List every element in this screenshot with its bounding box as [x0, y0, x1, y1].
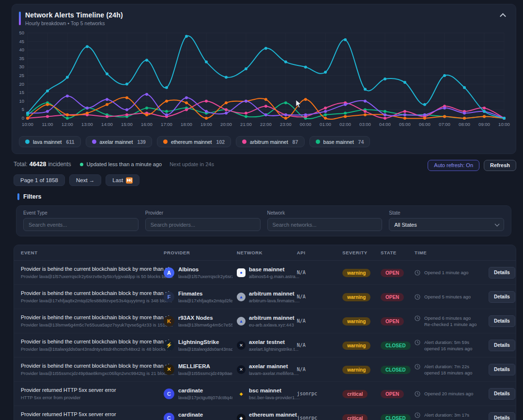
event-subtitle: Provider lava@1ttalwxjdds0ar43nsdntys4tt… — [21, 346, 164, 352]
provider-address: lava@17pctgu8tj07dct8q4mu... — [178, 395, 232, 400]
provider-cell: ⚡ LightningStrike lava@1ttalwxjdds0ar43n… — [164, 339, 237, 352]
provider-avatar: ✕ — [164, 364, 174, 375]
provider-address: lava@13lsmw6g4m5c7e55uu... — [178, 322, 232, 327]
network-name: arbitrum mainnet — [249, 291, 300, 296]
total-label: Total: — [14, 161, 28, 168]
api-value: N/A — [297, 342, 342, 348]
legend-item-ethereum-mainnet[interactable]: ethereum mainnet 102 — [157, 136, 231, 147]
provider-cell: F Finmates lava@17xhfjaq8x2mtqd2fes88... — [164, 291, 237, 303]
svg-text:15: 15 — [19, 90, 24, 95]
svg-text:13:00: 13:00 — [81, 122, 93, 127]
provider-name: r93AX Nodes — [178, 315, 232, 321]
alerts-table-card: EVENT PROVIDER NETWORK API SEVERITY STAT… — [14, 245, 516, 420]
provider-address: lava@1ttalwxjdds0ar43nsdnty... — [178, 346, 232, 352]
provider-cell: K r93AX Nodes lava@13lsmw6g4m5c7e55uu... — [164, 315, 237, 327]
clock-icon — [415, 391, 420, 397]
network-cell: ✕ axelar mainnet lavam-axelar.mellifera.… — [237, 363, 297, 376]
svg-text:18:00: 18:00 — [181, 122, 192, 127]
event-cell: Provider is behind the current blockchai… — [21, 314, 164, 327]
time-cell: Alert duration: 3m 17sopened 21 minutes … — [415, 412, 489, 420]
col-network: NETWORK — [237, 250, 297, 255]
filters-title-text: Filters — [23, 193, 42, 200]
details-button[interactable]: Details — [489, 267, 515, 279]
alerts-timeline-card: Network Alerts Timeline (24h) Hourly bre… — [12, 4, 516, 154]
state-badge: OPEN — [381, 293, 404, 301]
table-row: Provider returned HTTP 5xx server error … — [14, 382, 516, 406]
legend-dot-icon — [92, 140, 96, 144]
network-icon: ▲ — [237, 293, 246, 301]
chart-header: Network Alerts Timeline (24h) Hourly bre… — [12, 4, 516, 26]
chart-title: Network Alerts Timeline (24h) — [25, 11, 123, 19]
network-icon: ◆ — [237, 414, 246, 420]
provider-name: Albinos — [178, 266, 232, 272]
total-count: 46428 — [30, 161, 46, 168]
last-page-button[interactable]: Last — [106, 174, 139, 186]
state-select[interactable]: All States — [389, 218, 504, 231]
col-state: STATE — [381, 250, 415, 255]
filters-heading: Filters — [17, 193, 42, 200]
network-name: base mainnet — [249, 266, 299, 272]
provider-avatar: A — [164, 267, 174, 278]
state-badge: CLOSED — [381, 414, 411, 420]
network-name: bsc mainnet — [249, 388, 300, 393]
api-value: jsonrpc — [297, 415, 342, 420]
event-cell: Provider is behind the current blockchai… — [21, 266, 164, 279]
table-header: EVENT PROVIDER NETWORK API SEVERITY STAT… — [14, 245, 516, 261]
network-cell: ◆ bsc mainnet bsc.ber-lava-provider1.... — [237, 388, 297, 400]
severity-badge: warning — [342, 366, 370, 374]
svg-text:50: 50 — [19, 30, 24, 35]
details-button[interactable]: Details — [489, 340, 515, 351]
svg-text:35: 35 — [19, 56, 24, 61]
event-type-search-input[interactable] — [23, 218, 138, 231]
network-search-input[interactable] — [267, 218, 383, 231]
legend-item-arbitrum-mainnet[interactable]: arbitrum mainnet 87 — [236, 136, 304, 147]
svg-text:09:00: 09:00 — [478, 122, 490, 127]
details-button[interactable]: Details — [489, 364, 515, 375]
details-button[interactable]: Details — [489, 388, 515, 400]
network-endpoint: albinos54-g.main.astra... — [249, 274, 299, 279]
severity-badge: warning — [342, 317, 370, 326]
api-value: N/A — [297, 367, 342, 372]
event-title: Provider is behind the current blockchai… — [21, 363, 164, 369]
next-page-button[interactable]: Next → — [69, 174, 101, 186]
table-row: Provider is behind the current blockchai… — [14, 333, 516, 358]
event-subtitle: Provider lava@1t55ssmcjdz49p9ae8kmgxc06l… — [21, 371, 164, 376]
incidents-summary: Total: 46428 incidents Updated less than… — [14, 161, 214, 168]
table-row: Provider returned HTTP 5xx server error … — [14, 406, 516, 420]
svg-text:45: 45 — [19, 39, 24, 44]
provider-address: lava@1t55ssmcjdz49p9ae8km... — [178, 371, 232, 376]
col-api: API — [297, 250, 342, 255]
clock-icon — [415, 315, 420, 321]
network-icon: ● — [237, 268, 246, 277]
svg-text:15:00: 15:00 — [121, 122, 133, 127]
details-button[interactable]: Details — [489, 315, 515, 327]
svg-text:00:00: 00:00 — [300, 122, 311, 127]
network-name: arbitrum mainnet — [249, 315, 294, 321]
title-accent-bar — [19, 12, 21, 25]
chart-legend: lava mainnet 611 axelar mainnet 139 ethe… — [19, 136, 370, 147]
time-cell: Opened 20 minutes ago — [415, 390, 489, 397]
event-title: Provider is behind the current blockchai… — [21, 314, 164, 320]
legend-item-axelar-mainnet[interactable]: axelar mainnet 139 — [86, 136, 152, 147]
legend-item-lava-mainnet[interactable]: lava mainnet 611 — [19, 136, 81, 147]
provider-address: lava@1l57uxerrqsclr2y6srzv8e... — [178, 274, 232, 279]
details-button[interactable]: Details — [489, 412, 515, 420]
svg-text:11:00: 11:00 — [42, 122, 53, 127]
collapse-chevron-icon[interactable] — [500, 13, 506, 19]
legend-dot-icon — [242, 140, 246, 144]
provider-search-input[interactable] — [145, 218, 261, 231]
event-subtitle: Provider lava@17xhfjaq8x2mtqd2fes88d9zvp… — [21, 298, 164, 303]
network-name: axelar testnet — [249, 339, 298, 345]
refresh-button[interactable]: Refresh — [484, 160, 516, 171]
table-row: Provider is behind the current blockchai… — [14, 309, 516, 333]
details-button[interactable]: Details — [489, 291, 515, 303]
time-cell: Alert duration: 7m 22sopened 18 minutes … — [415, 363, 489, 376]
severity-badge: warning — [342, 342, 370, 350]
clock-icon — [415, 294, 420, 300]
legend-dot-icon — [163, 140, 168, 144]
chevron-down-icon — [495, 221, 500, 226]
svg-text:02:00: 02:00 — [339, 122, 351, 127]
auto-refresh-toggle[interactable]: Auto refresh: On — [428, 160, 479, 171]
api-value: N/A — [297, 294, 342, 299]
legend-item-base-mainnet[interactable]: base mainnet 74 — [309, 136, 370, 147]
